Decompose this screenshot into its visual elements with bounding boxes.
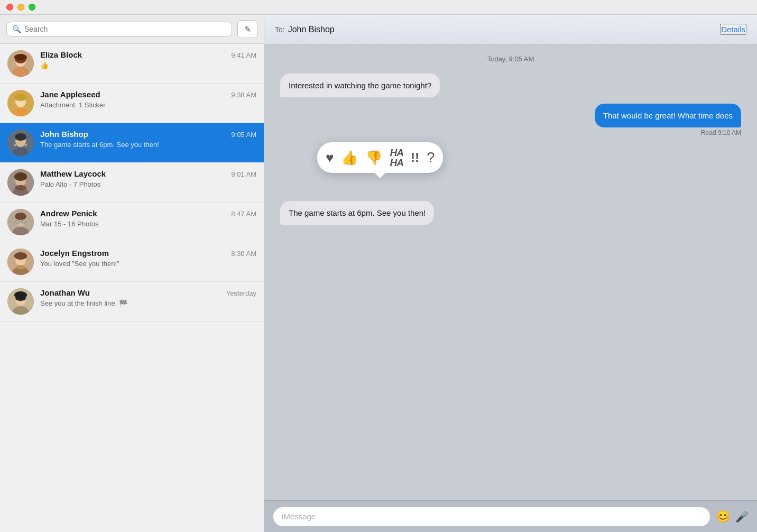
avatar-jonathan-wu <box>7 288 34 315</box>
details-button[interactable]: Details <box>720 24 746 35</box>
conv-name-eliza: Eliza Block <box>40 50 82 59</box>
svg-point-4 <box>14 54 27 60</box>
svg-point-8 <box>14 94 27 101</box>
conv-name-andrew: Andrew Penick <box>40 209 97 218</box>
conversation-item-andrew-penick[interactable]: Andrew Penick 8:47 AM Mar 15 - 16 Photos <box>0 203 264 242</box>
conv-time-jane: 9:38 AM <box>231 91 256 99</box>
conv-header-john: John Bishop 9:05 AM <box>40 130 256 139</box>
message-row-3: The game starts at 6pm. See you then! <box>280 201 741 225</box>
conv-content-john: John Bishop 9:05 AM The game starts at 6… <box>40 130 256 150</box>
conv-preview-jonathan: See you at the finish line. 🏁 <box>40 299 256 308</box>
conv-content-jocelyn: Jocelyn Engstrom 8:30 AM You loved "See … <box>40 249 256 269</box>
svg-point-30 <box>14 252 27 260</box>
conv-header-andrew: Andrew Penick 8:47 AM <box>40 209 256 218</box>
message-bubble-3: The game starts at 6pm. See you then! <box>280 201 434 225</box>
conv-preview-john: The game starts at 6pm. See you then! <box>40 140 256 150</box>
conversation-item-john-bishop[interactable]: John Bishop 9:05 AM The game starts at 6… <box>0 123 264 163</box>
conv-preview-andrew: Mar 15 - 16 Photos <box>40 219 256 229</box>
conv-content-eliza: Eliza Block 9:41 AM 👍 <box>40 50 256 70</box>
search-icon: 🔍 <box>12 25 21 33</box>
imessage-input-box[interactable]: iMessage <box>273 507 710 527</box>
message-bubble-2: That would be great! What time does <box>595 104 741 127</box>
avatar-eliza-block <box>7 50 34 77</box>
conv-time-andrew: 8:47 AM <box>231 210 256 218</box>
avatar-jane-appleseed <box>7 90 34 116</box>
conv-time-john: 9:05 AM <box>231 131 256 139</box>
tapback-heart-button[interactable]: ♥ <box>326 150 334 166</box>
svg-point-19 <box>15 185 26 190</box>
message-bubble-1: Interested in watching the game tonight? <box>280 74 440 97</box>
read-status: Read 9:10 AM <box>701 129 741 136</box>
message-row-1: Interested in watching the game tonight? <box>280 74 741 97</box>
conv-content-andrew: Andrew Penick 8:47 AM Mar 15 - 16 Photos <box>40 209 256 229</box>
conv-time-eliza: 9:41 AM <box>231 51 256 59</box>
title-bar <box>0 0 757 15</box>
compose-button[interactable]: ✎ <box>237 20 257 38</box>
conversation-item-eliza-block[interactable]: Eliza Block 9:41 AM 👍 <box>0 44 264 84</box>
chat-header: To: John Bishop Details <box>264 15 757 44</box>
conversation-item-matthew-laycock[interactable]: Matthew Laycock 9:01 AM Palo Alto - 7 Ph… <box>0 163 264 203</box>
avatar-john-bishop <box>7 130 34 156</box>
conversation-item-jane-appleseed[interactable]: Jane Appleseed 9:38 AM Attachment: 1 Sti… <box>0 84 264 123</box>
svg-point-23 <box>15 213 26 220</box>
date-separator: Today, 9:05 AM <box>280 55 741 63</box>
conversation-list: Eliza Block 9:41 AM 👍 <box>0 44 264 532</box>
mic-button[interactable]: 🎤 <box>735 510 749 523</box>
conv-header-matthew: Matthew Laycock 9:01 AM <box>40 169 256 178</box>
tapback-thumbsdown-button[interactable]: 👎 <box>365 150 382 166</box>
conv-header-jocelyn: Jocelyn Engstrom 8:30 AM <box>40 249 256 258</box>
conv-name-jane: Jane Appleseed <box>40 90 100 99</box>
conv-name-jonathan: Jonathan Wu <box>40 288 90 297</box>
conversation-item-jocelyn-engstrom[interactable]: Jocelyn Engstrom 8:30 AM You loved "See … <box>0 242 264 282</box>
app-body: 🔍 ✎ <box>0 15 757 532</box>
emoji-button[interactable]: 😊 <box>716 510 730 524</box>
conv-header-eliza: Eliza Block 9:41 AM <box>40 50 256 59</box>
conversation-item-jonathan-wu[interactable]: Jonathan Wu Yesterday See you at the fin… <box>0 282 264 322</box>
maximize-button[interactable] <box>29 4 35 11</box>
conv-name-matthew: Matthew Laycock <box>40 169 106 178</box>
svg-rect-14 <box>25 144 27 146</box>
conv-content-jonathan: Jonathan Wu Yesterday See you at the fin… <box>40 288 256 308</box>
conv-content-matthew: Matthew Laycock 9:01 AM Palo Alto - 7 Ph… <box>40 169 256 189</box>
search-input[interactable] <box>24 25 226 33</box>
conv-header-jonathan: Jonathan Wu Yesterday <box>40 288 256 297</box>
svg-rect-13 <box>14 144 16 146</box>
compose-icon: ✎ <box>244 24 251 34</box>
avatar-jocelyn-engstrom <box>7 249 34 275</box>
chat-input-area: iMessage 😊 🎤 <box>264 500 757 532</box>
conv-time-matthew: 9:01 AM <box>231 170 256 178</box>
input-placeholder: iMessage <box>282 512 316 521</box>
conv-header-jane: Jane Appleseed 9:38 AM <box>40 90 256 99</box>
chat-recipient: John Bishop <box>288 25 335 34</box>
avatar-andrew-penick <box>7 209 34 235</box>
tapback-popup: ♥ 👍 👎 HAHA !! ? <box>317 142 443 173</box>
chat-to-label: To: <box>275 25 285 34</box>
svg-point-12 <box>15 133 26 141</box>
close-button[interactable] <box>6 4 13 11</box>
sidebar: 🔍 ✎ <box>0 15 264 532</box>
svg-point-31 <box>16 265 25 269</box>
conv-content-jane: Jane Appleseed 9:38 AM Attachment: 1 Sti… <box>40 90 256 110</box>
conv-preview-eliza: 👍 <box>40 61 256 70</box>
svg-point-36 <box>15 296 26 301</box>
conv-name-jocelyn: Jocelyn Engstrom <box>40 249 109 258</box>
search-box[interactable]: 🔍 <box>6 22 232 36</box>
tapback-question-button[interactable]: ? <box>427 149 435 166</box>
conv-preview-jane: Attachment: 1 Sticker <box>40 100 256 110</box>
sidebar-header: 🔍 ✎ <box>0 15 264 44</box>
tapback-thumbsup-button[interactable]: 👍 <box>341 150 358 166</box>
avatar-matthew-laycock <box>7 169 34 196</box>
chat-messages: Today, 9:05 AM Interested in watching th… <box>264 44 757 500</box>
svg-point-18 <box>14 172 27 181</box>
tapback-exclaim-button[interactable]: !! <box>411 150 419 165</box>
conv-time-jocelyn: 8:30 AM <box>231 250 256 258</box>
message-row-2: That would be great! What time does Read… <box>280 104 741 136</box>
minimize-button[interactable] <box>17 4 24 11</box>
tapback-haha-button[interactable]: HAHA <box>390 148 403 168</box>
conv-preview-matthew: Palo Alto - 7 Photos <box>40 180 256 189</box>
traffic-lights <box>6 4 35 11</box>
conv-name-john: John Bishop <box>40 130 88 139</box>
chat-area: To: John Bishop Details Today, 9:05 AM I… <box>264 15 757 532</box>
conv-time-jonathan: Yesterday <box>226 289 256 297</box>
conv-preview-jocelyn: You loved "See you then!" <box>40 259 256 269</box>
